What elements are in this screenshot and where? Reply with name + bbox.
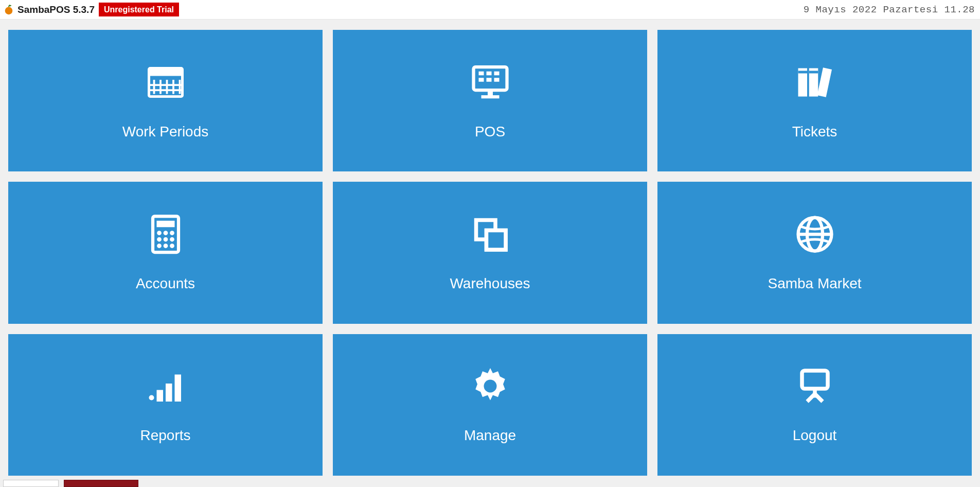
svg-rect-45 xyxy=(166,384,172,402)
tile-label: Tickets xyxy=(792,124,838,140)
tile-label: Samba Market xyxy=(768,275,861,292)
tile-label: Work Periods xyxy=(122,124,209,140)
monitor-icon xyxy=(470,62,511,103)
tile-label: Warehouses xyxy=(450,275,530,292)
footer-box-left[interactable] xyxy=(3,480,59,487)
tile-accounts[interactable]: Accounts xyxy=(8,182,323,323)
footer-box-red[interactable] xyxy=(64,480,138,487)
tile-reports[interactable]: Reports xyxy=(8,334,323,476)
svg-point-0 xyxy=(5,7,13,14)
svg-rect-38 xyxy=(486,230,506,250)
svg-point-30 xyxy=(157,237,162,242)
logout-icon xyxy=(794,366,835,407)
svg-point-33 xyxy=(157,243,162,248)
svg-rect-3 xyxy=(149,68,182,76)
tile-label: Manage xyxy=(464,427,516,444)
tile-manage[interactable]: Manage xyxy=(333,334,647,476)
svg-rect-23 xyxy=(798,71,807,73)
svg-rect-22 xyxy=(817,67,832,97)
svg-rect-44 xyxy=(156,390,163,402)
svg-rect-26 xyxy=(156,221,174,228)
svg-point-31 xyxy=(163,237,168,242)
books-icon xyxy=(794,62,835,103)
svg-point-34 xyxy=(163,243,168,248)
main-tile-grid: Work Periods POS Tickets Accounts Wareho… xyxy=(0,20,980,479)
bars-icon xyxy=(145,366,186,407)
header-datetime: 9 Mayıs 2022 Pazartesi 11.28 xyxy=(804,4,975,15)
tile-warehouses[interactable]: Warehouses xyxy=(333,182,647,323)
svg-rect-15 xyxy=(486,71,491,75)
globe-icon xyxy=(794,214,835,255)
footer-bar xyxy=(0,479,980,487)
svg-point-29 xyxy=(170,231,174,235)
tile-work-periods[interactable]: Work Periods xyxy=(8,30,323,171)
svg-point-47 xyxy=(484,380,496,393)
svg-rect-16 xyxy=(494,71,499,75)
svg-rect-13 xyxy=(481,95,499,98)
svg-rect-14 xyxy=(478,71,484,75)
trial-badge: Unregistered Trial xyxy=(99,3,179,16)
tile-label: Reports xyxy=(140,427,190,444)
tile-logout[interactable]: Logout xyxy=(657,334,972,476)
header-left: SambaPOS 5.3.7 Unregistered Trial xyxy=(3,3,179,16)
app-logo-icon xyxy=(3,4,14,15)
svg-rect-12 xyxy=(488,90,493,95)
tile-tickets[interactable]: Tickets xyxy=(657,30,972,171)
svg-rect-24 xyxy=(809,71,818,73)
calculator-icon xyxy=(145,214,186,255)
tile-pos[interactable]: POS xyxy=(333,30,647,171)
svg-rect-46 xyxy=(174,375,181,402)
gear-icon xyxy=(470,366,511,407)
svg-point-43 xyxy=(149,395,154,401)
app-title: SambaPOS 5.3.7 xyxy=(17,4,95,15)
calendar-icon xyxy=(145,62,186,103)
tile-samba-market[interactable]: Samba Market xyxy=(657,182,972,323)
svg-point-35 xyxy=(170,243,174,248)
svg-rect-48 xyxy=(802,371,828,389)
app-header: SambaPOS 5.3.7 Unregistered Trial 9 Mayı… xyxy=(0,0,980,20)
svg-point-32 xyxy=(170,237,174,242)
tile-label: Accounts xyxy=(136,275,195,292)
tile-label: Logout xyxy=(793,427,837,444)
svg-point-28 xyxy=(163,231,168,235)
svg-rect-17 xyxy=(478,78,484,82)
svg-point-27 xyxy=(157,231,162,235)
svg-rect-19 xyxy=(494,78,499,82)
copy-icon xyxy=(470,214,511,255)
tile-label: POS xyxy=(475,124,505,140)
svg-rect-18 xyxy=(486,78,491,82)
